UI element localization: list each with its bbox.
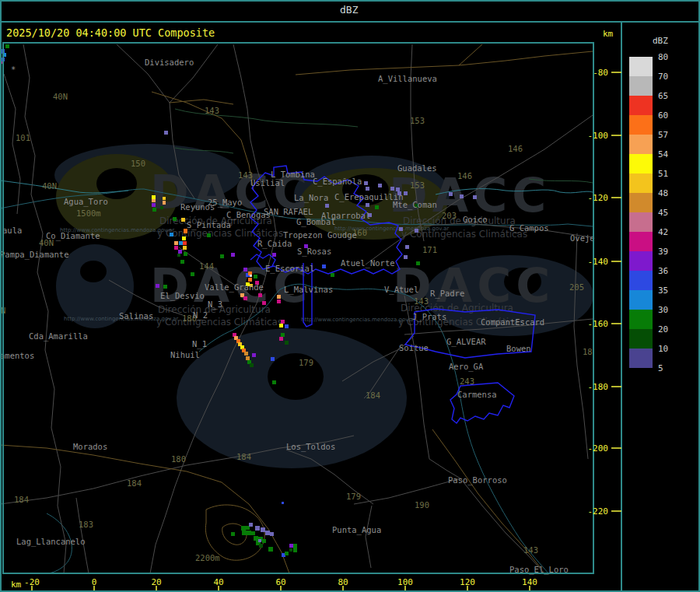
echo-pixel — [255, 526, 260, 531]
road-borroso-se — [460, 478, 544, 573]
colorbar-block — [629, 290, 653, 310]
route-label: 171 — [422, 245, 437, 254]
echo-pixel — [289, 548, 292, 552]
colorbar-level-label: 5 — [658, 363, 663, 373]
echo-pixel — [173, 217, 177, 221]
place-label: Pampa_Diamante — [0, 250, 69, 260]
echo-pixel — [404, 255, 408, 259]
place-label: N_1 — [192, 339, 207, 349]
echo-pixel — [322, 264, 326, 268]
road-101 — [4, 74, 20, 214]
place-label: R_Padre — [430, 289, 464, 299]
colorbar-block — [629, 57, 653, 76]
place-label: N_3 — [208, 300, 222, 310]
watermark-url: http://www.contingencias.mendoza.gov.ar — [301, 317, 415, 323]
route-label: 1500m — [76, 208, 101, 218]
place-label: G_Campos — [509, 223, 549, 233]
echo-pixel — [231, 253, 235, 257]
boundary-carmensa — [450, 383, 514, 423]
right-axis-label: -200 — [588, 443, 609, 454]
echo-pixel — [174, 246, 178, 250]
echo-pixel — [272, 253, 276, 257]
place-label: Co_Diamante — [46, 231, 100, 241]
route-label: 2200m — [195, 553, 220, 562]
echo-pixel — [242, 531, 247, 535]
echo-pixel — [243, 296, 247, 300]
road-west — [23, 44, 66, 573]
route-label: 184 — [236, 452, 251, 461]
echo-pixel — [181, 218, 185, 222]
place-label: J_Prats — [412, 312, 446, 322]
echo-pixel — [366, 203, 369, 207]
road-borroso-w — [354, 478, 460, 504]
place-label: A_Villanueva — [378, 74, 437, 84]
place-label: L_Malvinas — [284, 285, 333, 295]
bottom-axis-unit: km — [11, 580, 22, 590]
radar-canvas: DACCDACCDACCDACCDirección de Agricultura… — [0, 0, 700, 592]
echo-pixel — [415, 229, 418, 233]
echo-pixel — [249, 523, 253, 527]
colorbar-block — [629, 193, 653, 212]
echo-pixel — [251, 531, 255, 535]
echo-pixel — [258, 293, 262, 297]
echo-pixel — [160, 206, 163, 209]
route-label: 190 — [415, 500, 429, 510]
echo-pixel — [180, 260, 184, 264]
road-divis-2 — [170, 44, 218, 103]
colorbar-block — [629, 76, 653, 96]
colorbar-level-label: 30 — [658, 305, 668, 315]
echo-pixel — [449, 192, 453, 196]
echo-pixel — [191, 272, 194, 276]
colorbar-level-label: 65 — [658, 91, 668, 101]
echo-pixel — [207, 233, 211, 237]
echo-pixel — [247, 531, 251, 535]
echo-pixel — [262, 539, 266, 543]
colorbar-block — [629, 310, 653, 329]
place-label: El_Desvio — [160, 291, 205, 301]
echo-pixel — [265, 531, 270, 535]
echo-pixel — [399, 227, 403, 231]
place-label: G_ALVEAR — [446, 337, 486, 347]
route-label: 180 — [171, 454, 186, 464]
colorbar: dBZ 807065605754514845423936353020105 — [629, 36, 669, 373]
echo-pixel — [404, 191, 408, 195]
route-label: 143 — [414, 296, 429, 306]
echo-pixel — [268, 547, 273, 552]
echo-pixel — [325, 204, 329, 208]
echo-pixel — [244, 352, 248, 356]
colorbar-level-label: 60 — [658, 110, 668, 121]
place-label: Aero_GA — [449, 362, 484, 372]
place-label: Divisadero — [145, 58, 194, 67]
route-label: 144 — [199, 261, 214, 271]
colorbar-block — [629, 96, 653, 115]
place-label: N_2 — [193, 310, 208, 321]
echo-pixel — [152, 199, 156, 202]
place-label: La_Nora — [294, 193, 328, 203]
colorbar-block — [629, 115, 653, 135]
echo-pixel — [279, 324, 283, 328]
echo-pixel — [279, 337, 283, 341]
right-axis-label: -140 — [588, 257, 609, 267]
right-axis-label: -120 — [588, 193, 609, 203]
place-label: Algarrobal — [321, 211, 370, 220]
timestamp: 2025/10/20 04:40:00 UTC Composite — [6, 26, 215, 39]
echo-pixel — [248, 278, 252, 282]
route-label: 153 — [410, 180, 425, 190]
road-puntaagua-s — [366, 506, 372, 568]
echo-pixel — [174, 241, 178, 245]
route-label: 203 — [442, 211, 457, 220]
place-label: Goico — [463, 215, 488, 224]
colorbar-block — [629, 329, 653, 349]
place-label: Nihuil — [170, 350, 200, 359]
echo-pixel — [5, 44, 9, 48]
echo-pixel — [243, 268, 247, 271]
echo-pixel — [396, 187, 400, 191]
road-183 — [76, 498, 89, 573]
echo-pixel — [231, 532, 235, 536]
echo-pixel — [164, 131, 168, 135]
place-label: Soitue — [399, 343, 429, 352]
place-label: E_Escorial — [265, 264, 314, 274]
colorbar-level-label: 70 — [658, 72, 668, 82]
right-axis-label: -180 — [588, 382, 609, 392]
place-label: Morados — [73, 442, 107, 451]
